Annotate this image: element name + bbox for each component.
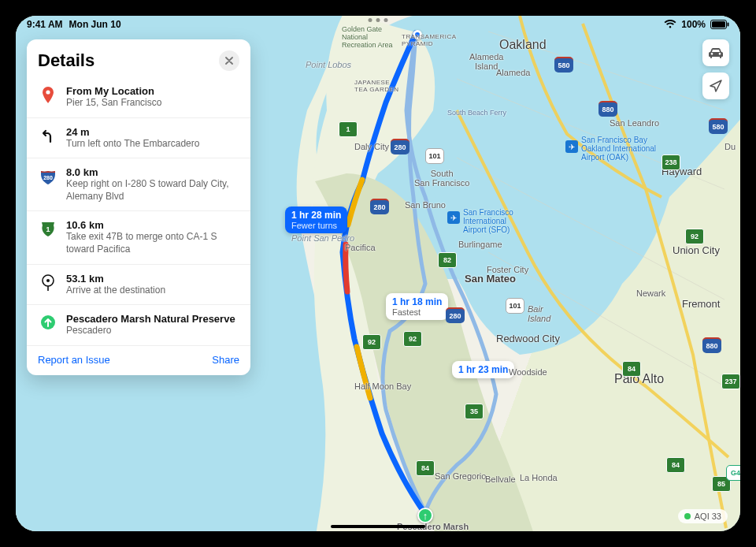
report-issue-link[interactable]: Report an Issue [38, 354, 110, 366]
city-pacifica: Pacifica [345, 243, 376, 252]
step-title: 53.1 km [66, 273, 239, 285]
callout-time: 1 hr 23 min [458, 364, 508, 375]
destination-icon [38, 313, 58, 337]
callout-time: 1 hr 28 min [291, 210, 341, 221]
aqi-dot-icon [684, 513, 691, 519]
shield-ca238: 238 [662, 154, 680, 170]
shield-i580: 580 [709, 118, 728, 134]
step-sub: Turn left onto The Embarcadero [66, 138, 239, 151]
destination-pin[interactable]: ↑ [417, 508, 433, 523]
directions-list[interactable]: From My Location Pier 15, San Francisco … [27, 77, 250, 345]
city-sanbruno: San Bruno [405, 200, 446, 210]
home-indicator[interactable] [331, 525, 425, 528]
car-icon [708, 47, 724, 59]
shield-i280: 280 [446, 307, 465, 323]
label-sbferry: South Beach Ferry [447, 109, 506, 117]
city-lahonda: La Honda [520, 473, 558, 482]
shield-us101: 101 [425, 148, 444, 164]
share-link[interactable]: Share [212, 354, 239, 366]
direction-step-destination[interactable]: Pescadero Marsh Natural Preserve Pescade… [27, 304, 250, 345]
step-title: From My Location [66, 85, 239, 97]
close-button[interactable] [219, 50, 239, 71]
shield-ca35: 35 [465, 404, 484, 419]
city-bellvale: Bellvale [485, 474, 516, 484]
callout-sub: Fewer turns [291, 221, 341, 230]
aqi-text: AQI 33 [695, 512, 721, 521]
status-right: 100% [664, 19, 729, 30]
details-panel: Details From My Location Pier 15, San Fr… [27, 39, 250, 375]
shield-ca237: 237 [721, 374, 740, 389]
wifi-icon [664, 20, 676, 29]
shield-i580: 580 [554, 57, 573, 73]
oak-label: San Francisco Bay Oakland International … [581, 136, 656, 162]
city-halfmoon: Half Moon Bay [354, 381, 411, 391]
shield-ca1: 1 [339, 121, 358, 137]
shield-ca92: 92 [685, 229, 704, 244]
screen: 9:41 AM Mon Jun 10 100% [16, 16, 740, 531]
shield-i880: 880 [702, 337, 721, 353]
route-callout-primary[interactable]: 1 hr 28 min Fewer turns [285, 207, 347, 233]
battery-icon [710, 20, 729, 29]
locate-button[interactable] [702, 73, 729, 99]
city-unioncity: Union City [673, 244, 720, 256]
callout-time: 1 hr 18 min [392, 296, 442, 307]
svg-text:280: 280 [43, 175, 53, 180]
city-ssf: South San Francisco [414, 169, 469, 188]
label-ptlobos: Point Lobos [306, 60, 351, 69]
panel-title: Details [38, 50, 94, 71]
direction-step[interactable]: 53.1 km Arrive at the destination [27, 264, 250, 305]
svg-point-3 [46, 90, 50, 94]
direction-step[interactable]: 280 8.0 km Keep right on I-280 S toward … [27, 158, 250, 210]
ca-route-shield-icon: 1 [38, 219, 58, 255]
svg-point-7 [46, 279, 50, 282]
shield-ca84: 84 [666, 457, 685, 473]
route-callout-alt2[interactable]: 1 hr 23 min [452, 361, 514, 378]
label-sanpedro: Point San Pedro [291, 233, 354, 243]
step-sub: Pier 15, San Francisco [66, 97, 239, 110]
direction-step-origin[interactable]: From My Location Pier 15, San Francisco [27, 77, 250, 117]
city-fremont: Fremont [682, 298, 720, 310]
sfo-icon[interactable]: ✈ [447, 211, 460, 224]
city-dublin: Du [724, 142, 736, 151]
shield-ca82: 82 [438, 252, 457, 268]
driving-mode-button[interactable] [702, 39, 729, 66]
step-title: 10.6 km [66, 219, 239, 231]
camera-dots [369, 16, 388, 22]
map-controls [702, 39, 729, 99]
step-sub: Keep right on I-280 S toward Daly City, … [66, 178, 239, 203]
sfo-label: San Francisco International Airport (SFO… [463, 208, 513, 234]
direction-step[interactable]: 24 m Turn left onto The Embarcadero [27, 117, 250, 158]
label-transam: TRANSAMERICA PYRAMID [402, 33, 457, 47]
aqi-badge[interactable]: AQI 33 [678, 509, 728, 523]
shield-i280: 280 [391, 139, 410, 154]
location-arrow-icon [709, 79, 723, 93]
shield-g4: G4 [726, 465, 740, 481]
shield-ca84: 84 [622, 361, 641, 377]
city-burlingame: Burlingame [458, 240, 502, 249]
panel-footer: Report an Issue Share [27, 345, 250, 375]
turn-left-icon [38, 126, 58, 151]
svg-rect-1 [712, 21, 725, 28]
city-woodside: Woodside [509, 367, 547, 377]
step-sub: Take exit 47B to merge onto CA-1 S towar… [66, 231, 239, 255]
oak-icon[interactable]: ✈ [565, 140, 578, 153]
svg-rect-2 [728, 23, 729, 27]
shield-i880: 880 [598, 101, 617, 117]
device-frame: 9:41 AM Mon Jun 10 100% [0, 0, 756, 547]
shield-ca92: 92 [403, 331, 422, 347]
route-callout-alt1[interactable]: 1 hr 18 min Fastest [386, 293, 448, 320]
panel-header: Details [27, 39, 250, 77]
shield-ca92: 92 [362, 334, 381, 350]
step-title: Pescadero Marsh Natural Preserve [66, 313, 239, 325]
status-time: 9:41 AM [27, 19, 63, 30]
step-title: 24 m [66, 126, 239, 138]
status-date: Mon Jun 10 [69, 19, 121, 30]
interstate-shield-icon: 280 [38, 166, 58, 203]
arrive-icon [38, 273, 58, 297]
close-icon [225, 57, 233, 65]
step-sub: Arrive at the destination [66, 285, 239, 297]
city-sanmateo: San Mateo [465, 273, 516, 285]
shield-i280: 280 [370, 199, 389, 214]
city-redwood: Redwood City [496, 333, 560, 344]
direction-step[interactable]: 1 10.6 km Take exit 47B to merge onto CA… [27, 210, 250, 263]
